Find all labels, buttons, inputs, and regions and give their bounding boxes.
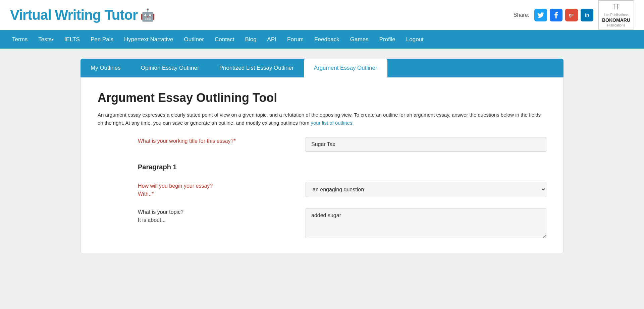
tab-prioritized-list[interactable]: Prioritized List Essay Outliner	[209, 59, 304, 77]
nav-api[interactable]: API	[262, 30, 282, 49]
paragraph1-heading: Paragraph 1	[138, 163, 177, 171]
title-label-col: What is your working title for this essa…	[98, 137, 299, 145]
outlines-link[interactable]: your list of outlines.	[311, 120, 354, 126]
topic-label: What is your topic?It is about...	[138, 209, 183, 223]
logo-blue: Writing Tutor	[55, 7, 138, 23]
logo[interactable]: Virtual Writing Tutor 🤖	[10, 7, 155, 23]
nav-terms[interactable]: Terms	[7, 30, 33, 49]
topic-row: What is your topic?It is about... added …	[98, 208, 546, 240]
share-label: Share:	[514, 12, 529, 18]
nav-contact[interactable]: Contact	[209, 30, 240, 49]
title-input-col	[306, 137, 546, 152]
tab-my-outlines[interactable]: My Outlines	[80, 59, 131, 77]
bokomaru-logo[interactable]: ⛩ Les Publications BOKOMARU Publications	[598, 0, 634, 29]
bokomaru-name: BOKOMARU	[602, 17, 630, 23]
nav-tests-label: Tests	[38, 36, 52, 43]
robot-icon: 🤖	[140, 8, 155, 22]
begin-input-col: an engaging question a surprising fact a…	[306, 182, 546, 197]
topic-label-col: What is your topic?It is about...	[98, 208, 299, 224]
linkedin-share-button[interactable]: in	[581, 9, 593, 21]
begin-select[interactable]: an engaging question a surprising fact a…	[306, 182, 546, 197]
tab-argument-essay[interactable]: Argument Essay Outliner	[304, 59, 387, 77]
nav-feedback[interactable]: Feedback	[309, 30, 345, 49]
nav-forum[interactable]: Forum	[282, 30, 309, 49]
form-area: What is your working title for this essa…	[98, 137, 546, 240]
nav-games[interactable]: Games	[345, 30, 374, 49]
nav-ielts[interactable]: IELTS	[59, 30, 85, 49]
header-right: Share: g+ in ⛩ Les Publications BOKOMARU…	[514, 0, 634, 29]
nav-profile[interactable]: Profile	[374, 30, 401, 49]
logo-black: Virtual	[10, 7, 55, 23]
gplus-share-button[interactable]: g+	[565, 9, 578, 21]
title-label: What is your working title for this essa…	[138, 138, 236, 144]
main-content: My Outlines Opinion Essay Outliner Prior…	[74, 59, 570, 253]
nav-tests[interactable]: Tests ▾	[33, 30, 59, 49]
begin-label: How will you begin your essay?With..*	[138, 183, 213, 197]
site-header: Virtual Writing Tutor 🤖 Share: g+ in ⛩ L…	[0, 0, 644, 30]
content-panel: Argument Essay Outlining Tool An argumen…	[80, 77, 564, 253]
nav-outliner[interactable]: Outliner	[178, 30, 209, 49]
main-nav: Terms Tests ▾ IELTS Pen Pals Hypertext N…	[0, 30, 644, 49]
nav-penpals[interactable]: Pen Pals	[85, 30, 119, 49]
logo-text: Virtual Writing Tutor	[10, 7, 138, 23]
title-row: What is your working title for this essa…	[98, 137, 546, 152]
nav-blog[interactable]: Blog	[240, 30, 262, 49]
chevron-down-icon: ▾	[52, 37, 54, 42]
paragraph1-label-col: Paragraph 1	[98, 162, 299, 172]
tabs-container: My Outlines Opinion Essay Outliner Prior…	[80, 59, 564, 77]
bokomaru-subtitle: Les Publications	[602, 13, 630, 17]
bokomaru-sub2: Publications	[602, 23, 630, 27]
topic-textarea[interactable]: added sugar	[306, 208, 546, 238]
tool-title: Argument Essay Outlining Tool	[98, 91, 546, 105]
begin-row: How will you begin your essay?With..* an…	[98, 182, 546, 198]
begin-label-col: How will you begin your essay?With..*	[98, 182, 299, 198]
topic-input-col: added sugar	[306, 208, 546, 240]
paragraph1-row: Paragraph 1	[98, 162, 546, 172]
nav-hypertext[interactable]: Hypertext Narrative	[119, 30, 178, 49]
tab-opinion-essay[interactable]: Opinion Essay Outliner	[131, 59, 209, 77]
facebook-share-button[interactable]	[550, 9, 562, 21]
nav-logout[interactable]: Logout	[401, 30, 429, 49]
title-input[interactable]	[306, 137, 546, 152]
tool-description: An argument essay expresses a clearly st…	[98, 111, 546, 127]
social-icons: g+ in	[534, 9, 593, 21]
twitter-share-button[interactable]	[534, 9, 547, 21]
